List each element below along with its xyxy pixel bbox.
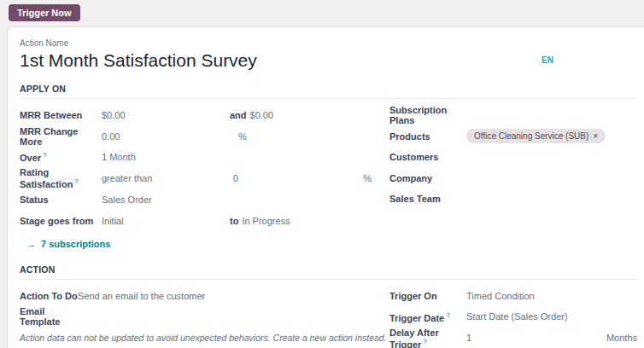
- company-input[interactable]: [466, 171, 637, 185]
- action-name-label: Action Name: [20, 38, 637, 48]
- over-help-icon[interactable]: ?: [43, 151, 46, 159]
- subscriptions-link-label: 7 subscriptions: [41, 239, 110, 249]
- trigger-date-row: Trigger Date? Start Date (Sales Order): [389, 306, 637, 327]
- mrr-change-more-unit: %: [230, 131, 378, 142]
- action-to-do-row: Action To Do Send an email to the custom…: [20, 286, 378, 306]
- subscription-plans-row: Subscription Plans: [389, 105, 637, 125]
- action-section: ACTION Action To Do Send an email to the…: [20, 264, 637, 348]
- action-to-do-select[interactable]: Send an email to the customer: [78, 291, 378, 301]
- customers-label: Customers: [389, 152, 466, 162]
- status-bar: Trigger Now: [0, 0, 644, 26]
- subscriptions-link-row: →7 subscriptions: [20, 235, 378, 253]
- rating-unit-label: %: [363, 173, 378, 183]
- subscriptions-link[interactable]: →7 subscriptions: [26, 239, 110, 249]
- email-template-row: Email Template: [20, 306, 378, 327]
- sales-team-input[interactable]: [466, 192, 637, 206]
- rating-operator-select[interactable]: greater than: [102, 173, 230, 183]
- stage-from-select[interactable]: Initial: [102, 216, 230, 226]
- mrr-change-more-row: MRR Change More 0.00 %: [20, 126, 378, 147]
- mrr-change-more-label: MRR Change More: [20, 126, 102, 147]
- delay-after-trigger-input[interactable]: 1: [466, 333, 606, 343]
- product-tag-label: Office Cleaning Service (SUB): [474, 131, 588, 141]
- delay-after-trigger-row: Delay After Trigger? 1 Months: [389, 328, 637, 348]
- products-input[interactable]: Office Cleaning Service (SUB) ×: [466, 129, 637, 143]
- mrr-between-from-input[interactable]: $0.00: [102, 110, 230, 120]
- action-right-column: Trigger On Timed Condition Trigger Date?…: [389, 286, 637, 348]
- delay-after-trigger-label: Delay After Trigger?: [389, 328, 466, 348]
- rating-satisfaction-row: Rating Satisfaction? greater than 0 %: [20, 167, 378, 189]
- mrr-between-row: MRR Between $0.00 and$0.00: [20, 105, 378, 125]
- translate-language-badge[interactable]: EN: [542, 55, 553, 65]
- action-note: Action data can not be updated to avoid …: [20, 328, 378, 348]
- product-tag: Office Cleaning Service (SUB) ×: [466, 129, 606, 143]
- stage-to-group: toIn Progress: [230, 216, 378, 226]
- over-row: Over? 1 Month: [20, 147, 378, 167]
- sales-team-label: Sales Team: [389, 194, 466, 204]
- mrr-change-more-input[interactable]: 0.00: [102, 131, 230, 142]
- products-label: Products: [389, 131, 466, 142]
- apply-on-right-column: Subscription Plans Products Office Clean…: [389, 105, 637, 253]
- status-label: Status: [20, 194, 102, 205]
- company-label: Company: [389, 173, 466, 183]
- trigger-on-label: Trigger On: [389, 291, 466, 301]
- action-name-block: Action Name 1st Month Satisfaction Surve…: [20, 38, 637, 72]
- customers-row: Customers: [389, 147, 637, 167]
- trigger-date-help-icon[interactable]: ?: [446, 311, 449, 319]
- company-row: Company: [389, 167, 637, 188]
- trigger-on-select[interactable]: Timed Condition: [466, 291, 637, 301]
- over-select[interactable]: 1 Month: [102, 152, 230, 162]
- apply-on-section: APPLY ON MRR Between $0.00 and$0.00 MRR …: [20, 84, 637, 253]
- action-to-do-label: Action To Do: [20, 291, 78, 301]
- rating-satisfaction-label: Rating Satisfaction?: [20, 167, 102, 189]
- trigger-on-row: Trigger On Timed Condition: [389, 286, 637, 306]
- action-section-title: ACTION: [20, 264, 637, 280]
- apply-on-left-column: MRR Between $0.00 and$0.00 MRR Change Mo…: [20, 105, 378, 253]
- action-left-column: Action To Do Send an email to the custom…: [20, 286, 378, 348]
- delay-after-trigger-help-icon[interactable]: ?: [423, 338, 426, 345]
- sales-team-row: Sales Team: [389, 188, 637, 209]
- product-tag-remove-icon[interactable]: ×: [593, 132, 598, 141]
- status-select[interactable]: Sales Order: [102, 194, 230, 205]
- mrr-between-to-group: and$0.00: [230, 110, 378, 120]
- stage-goes-from-row: Stage goes from Initial toIn Progress: [20, 210, 378, 230]
- products-row: Products Office Cleaning Service (SUB) ×: [389, 126, 637, 147]
- rating-value-input[interactable]: 0: [230, 173, 363, 183]
- stage-goes-from-label: Stage goes from: [20, 216, 102, 226]
- trigger-date-label: Trigger Date?: [389, 311, 466, 323]
- trigger-now-button[interactable]: Trigger Now: [9, 4, 80, 21]
- customers-input[interactable]: [466, 150, 637, 164]
- subscription-plans-input[interactable]: [466, 108, 637, 122]
- status-row: Status Sales Order: [20, 189, 378, 210]
- email-template-label: Email Template: [20, 306, 78, 327]
- apply-on-section-title: APPLY ON: [20, 84, 637, 99]
- mrr-between-to-input[interactable]: $0.00: [250, 110, 274, 120]
- delay-unit-label: Months: [606, 333, 637, 343]
- stage-to-label: to: [230, 216, 238, 226]
- email-template-input[interactable]: [78, 310, 378, 323]
- stage-to-select[interactable]: In Progress: [242, 216, 290, 226]
- mrr-between-label: MRR Between: [20, 110, 102, 120]
- arrow-right-icon: →: [26, 239, 36, 249]
- rating-satisfaction-help-icon[interactable]: ?: [74, 177, 78, 185]
- over-label: Over?: [20, 151, 102, 163]
- subscription-plans-label: Subscription Plans: [389, 105, 466, 125]
- form-sheet: Action Name 1st Month Satisfaction Surve…: [7, 26, 644, 348]
- mrr-between-and-label: and: [230, 110, 247, 120]
- trigger-date-select[interactable]: Start Date (Sales Order): [466, 311, 637, 322]
